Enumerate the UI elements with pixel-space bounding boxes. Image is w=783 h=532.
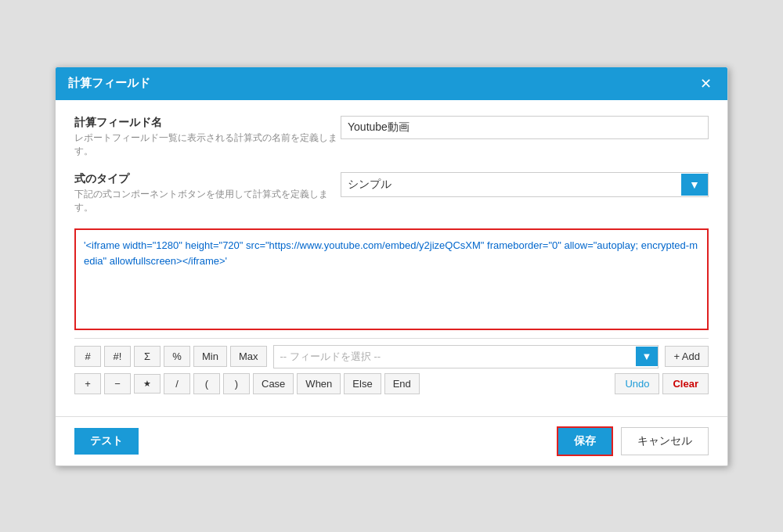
formula-type-section: 式のタイプ 下記の式コンポーネントボタンを使用して計算式を定義します。 シンプル…: [74, 172, 709, 214]
sigma-button[interactable]: Σ: [134, 346, 161, 367]
close-button[interactable]: ✕: [697, 75, 715, 92]
max-button[interactable]: Max: [230, 346, 267, 367]
formula-type-desc: 下記の式コンポーネントボタンを使用して計算式を定義します。: [74, 188, 341, 214]
cancel-button[interactable]: キャンセル: [621, 427, 709, 455]
field-select[interactable]: -- フィールドを選択 -- ▼: [273, 345, 659, 368]
percent-button[interactable]: %: [164, 346, 190, 367]
minus-button[interactable]: −: [104, 373, 131, 394]
formula-editor[interactable]: '<iframe width="1280" height="720" src="…: [74, 228, 709, 330]
dialog-title: 計算フィールド: [68, 76, 150, 91]
chevron-down-icon: ▼: [642, 350, 652, 362]
chevron-down-icon: ▼: [689, 178, 700, 191]
field-name-desc: レポートフィールド一覧に表示される計算式の名前を定義します。: [74, 131, 341, 158]
end-button[interactable]: End: [384, 373, 420, 394]
hash-excl-button[interactable]: #!: [104, 346, 131, 367]
field-name-section: 計算フィールド名 レポートフィールド一覧に表示される計算式の名前を定義します。: [74, 116, 709, 158]
case-button[interactable]: Case: [253, 373, 294, 394]
divide-button[interactable]: /: [164, 373, 190, 394]
dialog-header: 計算フィールド ✕: [56, 67, 727, 100]
toolbar-row-1: # #! Σ % Min Max -- フィールドを選択 -- ▼ + Add: [74, 338, 709, 368]
field-name-input[interactable]: [341, 116, 709, 139]
formula-type-value: シンプル: [341, 173, 681, 196]
else-button[interactable]: Else: [344, 373, 381, 394]
hash-button[interactable]: #: [74, 346, 101, 367]
add-button[interactable]: + Add: [665, 346, 709, 367]
multiply-button[interactable]: ★: [134, 374, 161, 394]
plus-button[interactable]: +: [74, 373, 101, 394]
min-button[interactable]: Min: [193, 346, 227, 367]
formula-type-label: 式のタイプ: [74, 172, 341, 186]
calculated-field-dialog: 計算フィールド ✕ 計算フィールド名 レポートフィールド一覧に表示される計算式の…: [55, 66, 728, 466]
toolbar-row-2: + − ★ / ( ) Case When Else End Undo Clea…: [74, 373, 709, 394]
field-select-placeholder: -- フィールドを選択 --: [274, 346, 636, 368]
formula-type-select[interactable]: シンプル ▼: [341, 172, 709, 197]
save-button[interactable]: 保存: [557, 426, 613, 456]
dialog-footer: テスト 保存 キャンセル: [56, 416, 727, 466]
close-paren-button[interactable]: ): [223, 373, 250, 394]
clear-button[interactable]: Clear: [662, 373, 709, 394]
field-name-label: 計算フィールド名: [74, 116, 341, 130]
when-button[interactable]: When: [297, 373, 341, 394]
formula-type-dropdown-btn[interactable]: ▼: [681, 174, 708, 196]
field-select-dropdown-btn[interactable]: ▼: [636, 347, 659, 366]
open-paren-button[interactable]: (: [193, 373, 220, 394]
undo-button[interactable]: Undo: [615, 373, 659, 394]
test-button[interactable]: テスト: [74, 428, 139, 455]
dialog-body: 計算フィールド名 レポートフィールド一覧に表示される計算式の名前を定義します。 …: [56, 100, 727, 416]
